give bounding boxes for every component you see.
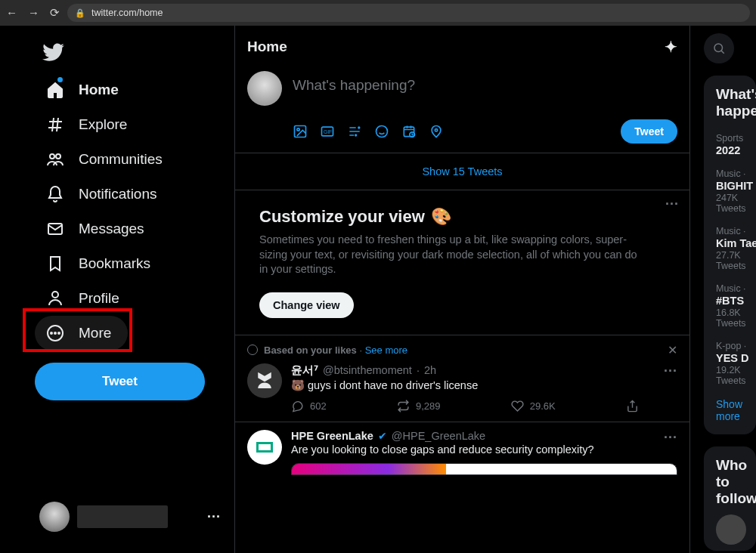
sidebar-item-bookmarks[interactable]: Bookmarks: [35, 246, 161, 281]
user-avatar: [247, 71, 282, 106]
bookmark-icon: [45, 254, 65, 273]
context-icon: [247, 344, 258, 355]
tweet-author-handle[interactable]: @HPE_GreenLake: [392, 430, 485, 442]
sidebar-item-profile[interactable]: Profile: [35, 281, 130, 316]
url-text: twitter.com/home: [91, 8, 163, 18]
right-sidebar: What's happening Sports 2022 Music · BIG…: [690, 26, 756, 553]
bell-icon: [45, 184, 65, 204]
customize-view-card: ··· Customize your view 🎨 Sometimes you …: [235, 190, 689, 335]
tweet-media[interactable]: [291, 463, 677, 475]
sidebar: Home Explore Communities Notifications M…: [0, 26, 234, 553]
show-more-link[interactable]: Show more: [716, 392, 756, 428]
tweet-author-handle[interactable]: @btsinthemoment: [323, 364, 412, 376]
user-avatar: [39, 502, 70, 532]
sidebar-item-label: Explore: [79, 116, 127, 133]
context-see-more-link[interactable]: See more: [365, 344, 407, 356]
tweet-avatar[interactable]: [247, 363, 282, 398]
home-icon: [45, 80, 65, 100]
communities-icon: [45, 150, 65, 169]
whats-happening-panel: What's happening Sports 2022 Music · BIG…: [704, 76, 756, 434]
context-banner: Based on your likes · See more ✕: [235, 335, 689, 356]
tweet-author-name[interactable]: HPE GreenLake: [291, 430, 373, 442]
browser-forward-button[interactable]: →: [28, 6, 39, 20]
tweet-text: Are you looking to close gaps and reduce…: [291, 443, 677, 456]
envelope-icon: [45, 219, 65, 239]
customize-body: Sometimes you need to freshen things up …: [259, 233, 641, 277]
emoji-icon[interactable]: [374, 124, 389, 139]
tweet-item[interactable]: 윤서⁷ @btsinthemoment · 2h 🐻 guys i dont h…: [235, 356, 689, 422]
gif-icon[interactable]: GIF: [320, 124, 335, 139]
svg-point-13: [355, 134, 357, 136]
tweet-more-icon[interactable]: ···: [664, 363, 677, 379]
trend-item[interactable]: Music · #BTS 16.8K Tweets: [716, 277, 756, 335]
retweet-button[interactable]: 9,289: [397, 400, 441, 412]
account-more-icon[interactable]: ···: [207, 509, 221, 525]
tweet-time[interactable]: 2h: [424, 364, 436, 376]
browser-toolbar: ← → ⟳ 🔒 twitter.com/home: [0, 0, 756, 26]
who-to-follow-panel: Who to follow: [704, 446, 756, 551]
suggested-user-avatar[interactable]: [716, 514, 746, 545]
search-button[interactable]: [704, 33, 734, 63]
trend-item[interactable]: K-pop · YES D 19.2K Tweets: [716, 335, 756, 392]
tweet-compose-button[interactable]: Tweet: [35, 363, 205, 400]
sidebar-item-explore[interactable]: Explore: [35, 107, 138, 142]
svg-point-1: [56, 154, 60, 159]
palette-emoji-icon: 🎨: [431, 207, 451, 227]
card-more-icon[interactable]: ···: [665, 196, 679, 212]
tweet-submit-button[interactable]: Tweet: [621, 119, 677, 144]
context-label: Based on your likes: [264, 344, 357, 356]
svg-point-14: [376, 126, 388, 137]
page-title: Home: [247, 39, 287, 55]
tweet-more-icon[interactable]: ···: [664, 430, 677, 446]
like-button[interactable]: 29.6K: [511, 400, 556, 412]
account-switcher[interactable]: ···: [35, 494, 225, 544]
svg-text:GIF: GIF: [324, 129, 332, 134]
reply-button[interactable]: 602: [291, 400, 327, 412]
tweet-avatar[interactable]: [247, 430, 282, 465]
svg-point-0: [50, 154, 54, 159]
profile-icon: [45, 289, 65, 308]
notification-dot-icon: [57, 77, 63, 82]
sidebar-item-home[interactable]: Home: [35, 73, 129, 107]
sidebar-item-notifications[interactable]: Notifications: [35, 177, 168, 212]
trend-item[interactable]: Music · Kim Taehyung 27.7K Tweets: [716, 220, 756, 277]
svg-point-3: [52, 292, 58, 298]
top-tweets-sparkle-icon[interactable]: ✦: [665, 38, 677, 56]
sidebar-item-label: Messages: [79, 221, 144, 237]
twitter-logo-icon[interactable]: [42, 41, 65, 63]
show-new-tweets-button[interactable]: Show 15 Tweets: [235, 153, 689, 190]
timeline-header: Home ✦: [235, 26, 689, 68]
address-bar[interactable]: 🔒 twitter.com/home: [67, 4, 750, 22]
sidebar-item-label: Profile: [79, 290, 119, 307]
sidebar-item-more[interactable]: More: [35, 316, 128, 351]
sidebar-item-messages[interactable]: Messages: [35, 212, 155, 246]
browser-back-button[interactable]: ←: [6, 6, 17, 20]
lock-icon: 🔒: [75, 8, 85, 18]
more-circle-icon: [45, 323, 65, 343]
compose-input[interactable]: What's happening?: [293, 77, 677, 94]
customize-title: Customize your view: [259, 207, 425, 227]
panel-title: What's happening: [716, 86, 756, 119]
tweet-author-name[interactable]: 윤서⁷: [291, 363, 318, 378]
trend-item[interactable]: Sports 2022: [716, 127, 756, 162]
tweet-composer: What's happening? GIF Tweet: [235, 68, 689, 153]
sidebar-item-label: Communities: [79, 151, 163, 168]
sidebar-item-label: Bookmarks: [79, 255, 150, 272]
svg-point-5: [51, 332, 52, 334]
media-image-icon[interactable]: [293, 124, 308, 139]
panel-title: Who to follow: [716, 457, 756, 507]
svg-point-6: [54, 332, 56, 334]
location-icon[interactable]: [429, 124, 444, 139]
search-icon: [712, 42, 726, 55]
sidebar-item-communities[interactable]: Communities: [35, 142, 173, 177]
browser-reload-button[interactable]: ⟳: [50, 6, 60, 20]
tweet-item[interactable]: HPE GreenLake ✔ @HPE_GreenLake Are you l…: [235, 422, 689, 484]
svg-point-17: [435, 129, 437, 131]
poll-icon[interactable]: [347, 124, 362, 139]
schedule-icon[interactable]: [401, 124, 417, 139]
change-view-button[interactable]: Change view: [259, 292, 354, 318]
sidebar-item-label: Home: [79, 82, 119, 98]
trend-item[interactable]: Music · BIGHIT 247K Tweets: [716, 162, 756, 220]
share-button[interactable]: [626, 400, 639, 412]
svg-point-9: [297, 128, 299, 131]
